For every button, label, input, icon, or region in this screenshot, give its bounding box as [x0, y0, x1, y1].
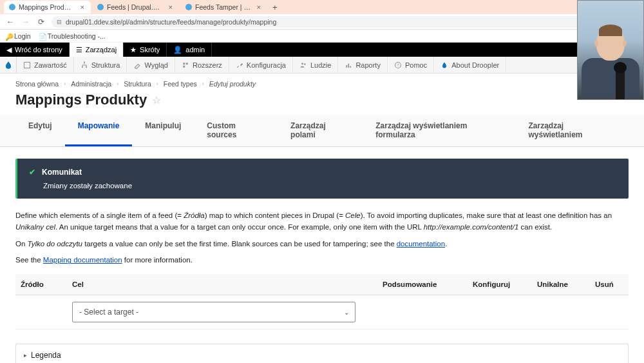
svg-rect-5	[186, 63, 188, 64]
browser-tab[interactable]: Feeds Tamper | Drupal.org ×	[180, 1, 267, 14]
reload-button[interactable]: ⟳	[36, 17, 46, 27]
tab-manage-form-display[interactable]: Zarządzaj wyświetlaniem formularza	[363, 115, 515, 146]
site-info-icon[interactable]: ⊟	[57, 19, 62, 25]
bookmark-label: Login	[14, 32, 31, 40]
menu-label: About Droopler	[451, 61, 499, 69]
svg-rect-0	[24, 62, 30, 68]
manage-link[interactable]: ☰ Zarządzaj	[70, 43, 124, 57]
help-icon: ?	[394, 61, 402, 69]
svg-point-8	[304, 63, 306, 65]
people-icon	[299, 61, 307, 69]
primary-tabs: Edytuj Mapowanie Manipuluj Custom source…	[0, 115, 644, 147]
browser-tabs-strip: Mappings Produkty | droopler × Feeds | D…	[0, 0, 644, 14]
menu-people[interactable]: Ludzie	[293, 57, 338, 73]
svg-text:?: ?	[397, 63, 399, 67]
url-text: drupal01.ddev.site/pl/admin/structure/fe…	[66, 18, 276, 26]
page-title-row: Mappings Produkty ☆	[15, 92, 629, 115]
breadcrumb-item[interactable]: Feed types	[164, 80, 197, 88]
status-body: Zmiany zostały zachowane	[43, 182, 617, 190]
droopler-icon	[440, 61, 448, 69]
tab-manage-display[interactable]: Zarządzaj wyświetlaniem	[515, 115, 629, 146]
tab-title: Feeds | Drupal.org	[107, 3, 163, 11]
presenter-webcam	[577, 0, 644, 100]
breadcrumb-item[interactable]: Struktura	[124, 80, 151, 88]
menu-icon: ☰	[76, 46, 82, 54]
tab-favicon	[97, 4, 104, 10]
appearance-icon	[133, 61, 141, 69]
tab-tamper[interactable]: Manipuluj	[132, 115, 194, 146]
back-to-site-label: Wróć do strony	[15, 46, 62, 54]
status-heading: Komunikat	[42, 168, 82, 177]
svg-point-3	[86, 66, 87, 67]
menu-config[interactable]: Konfiguracja	[229, 57, 293, 73]
legend-details[interactable]: ▸ Legenda	[15, 344, 629, 363]
menu-appearance[interactable]: Wygląd	[127, 57, 175, 73]
url-input[interactable]: ⊟ drupal01.ddev.site/pl/admin/structure/…	[52, 16, 639, 28]
back-button[interactable]: ←	[5, 17, 15, 27]
tab-manage-fields[interactable]: Zarządzaj polami	[278, 115, 363, 146]
tab-title: Mappings Produkty | droopler	[19, 3, 75, 11]
target-select[interactable]: - Select a target - ⌄	[72, 302, 355, 322]
user-link[interactable]: 👤 admin	[167, 43, 212, 57]
browser-tab[interactable]: Feeds | Drupal.org ×	[92, 1, 179, 14]
tab-custom-sources[interactable]: Custom sources	[194, 115, 278, 146]
svg-rect-4	[183, 63, 185, 64]
user-icon: 👤	[173, 46, 182, 54]
star-icon: ★	[130, 46, 137, 54]
forward-button[interactable]: →	[21, 17, 31, 27]
reports-icon	[345, 61, 352, 69]
admin-toolbar: ◀ Wróć do strony ☰ Zarządzaj ★ Skróty 👤 …	[0, 43, 644, 57]
chevron-down-icon: ⌄	[344, 309, 349, 316]
menu-structure[interactable]: Struktura	[74, 57, 128, 73]
bookmark-icon: 📄	[39, 33, 45, 39]
select-placeholder: - Select a target -	[79, 308, 138, 317]
menu-label: Ludzie	[310, 61, 331, 69]
documentation-link[interactable]: documentation	[397, 240, 445, 248]
menu-help[interactable]: ?Pomoc	[388, 57, 434, 73]
tab-mapping[interactable]: Mapowanie	[65, 115, 133, 146]
svg-rect-10	[348, 63, 350, 67]
tab-close-icon[interactable]: ×	[80, 3, 84, 11]
tab-close-icon[interactable]: ×	[169, 3, 173, 11]
menu-label: Zawartość	[34, 61, 67, 69]
admin-menu: Zawartość Struktura Wygląd Rozszerz Konf…	[0, 57, 644, 74]
menu-label: Wygląd	[144, 61, 168, 69]
svg-rect-9	[346, 65, 348, 68]
extend-icon	[182, 61, 189, 69]
status-message: ✔ Komunikat Zmiany zostały zachowane	[15, 159, 629, 199]
breadcrumb-item[interactable]: Strona główna	[15, 80, 59, 88]
description-paragraph: See the Mapping documentation for more i…	[15, 255, 629, 266]
breadcrumb-item[interactable]: Administracja	[71, 80, 111, 88]
bookmark-item[interactable]: 📄 Troubleshooting -...	[39, 32, 106, 40]
config-icon	[236, 61, 243, 69]
droplet-icon	[4, 61, 13, 70]
menu-content[interactable]: Zawartość	[17, 57, 74, 73]
mapping-documentation-link[interactable]: Mapping documentation	[43, 256, 122, 264]
col-unique: Unikalne	[532, 274, 590, 295]
manage-label: Zarządzaj	[86, 46, 117, 54]
tab-edit[interactable]: Edytuj	[15, 115, 65, 146]
svg-point-7	[301, 63, 303, 64]
tab-close-icon[interactable]: ×	[257, 3, 261, 11]
table-row: - Select a target - ⌄	[15, 295, 629, 329]
svg-point-2	[82, 66, 83, 67]
breadcrumb: Strona główna› Administracja› Struktura›…	[15, 74, 629, 92]
svg-rect-11	[350, 66, 352, 67]
back-to-site-link[interactable]: ◀ Wróć do strony	[0, 43, 70, 57]
bookmark-item[interactable]: 🔑 Login	[5, 32, 31, 40]
tab-title: Feeds Tamper | Drupal.org	[195, 3, 251, 11]
shortcuts-link[interactable]: ★ Skróty	[124, 43, 167, 57]
description-paragraph: Define which elements of a single item o…	[15, 210, 629, 233]
menu-extend[interactable]: Rozszerz	[175, 57, 229, 73]
svg-point-1	[84, 61, 85, 63]
menu-about[interactable]: About Droopler	[434, 57, 506, 73]
tab-favicon	[185, 4, 192, 10]
browser-tab-active[interactable]: Mappings Produkty | droopler ×	[4, 1, 91, 14]
drupal-logo[interactable]	[0, 57, 17, 74]
new-tab-button[interactable]: +	[269, 3, 281, 12]
favorite-star-icon[interactable]: ☆	[152, 94, 161, 106]
structure-icon	[80, 61, 88, 69]
check-icon: ✔	[29, 168, 35, 177]
col-remove: Usuń	[590, 274, 629, 295]
menu-reports[interactable]: Raporty	[338, 57, 388, 73]
